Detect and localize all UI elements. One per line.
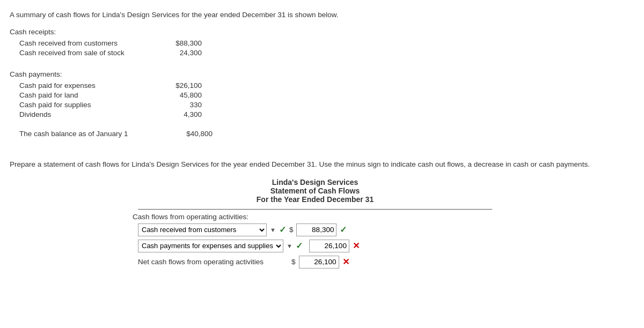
stmt-operating-section: Cash flows from operating activities: Ca… <box>133 213 497 269</box>
net-x-icon: ✕ <box>342 257 349 267</box>
cash-balance-row: The cash balance as of January 1 $40,800 <box>10 130 620 138</box>
expenses-check-icon: ✓ <box>296 241 303 251</box>
statement-header: Linda's Design Services Statement of Cas… <box>10 178 620 204</box>
statement-period: For the Year Ended December 31 <box>10 195 620 204</box>
expenses-amount-input[interactable] <box>309 240 349 252</box>
customers-check-icon: ✓ <box>279 225 286 235</box>
cash-payments-header: Cash payments: <box>10 70 620 78</box>
intro-text: A summary of cash flows for Linda's Desi… <box>10 10 620 20</box>
cash-balance-label: The cash balance as of January 1 <box>19 130 170 138</box>
receipt-customers-amount: $88,300 <box>159 39 202 47</box>
receipt-item-stock: Cash received from sale of stock 24,300 <box>10 49 620 57</box>
payment-supplies-amount: 330 <box>159 101 202 109</box>
customers-amount-input[interactable] <box>296 223 336 236</box>
payment-dividends-amount: 4,300 <box>159 110 202 118</box>
payment-land-label: Cash paid for land <box>19 91 159 99</box>
cash-receipts-header: Cash receipts: <box>10 28 620 36</box>
net-dollar-sign: $ <box>291 258 296 266</box>
expenses-amount-x-icon: ✕ <box>353 241 360 251</box>
payment-item-supplies: Cash paid for supplies 330 <box>10 101 620 109</box>
payment-expenses-label: Cash paid for expenses <box>19 81 159 90</box>
payment-item-expenses: Cash paid for expenses $26,100 <box>10 81 620 90</box>
payment-supplies-label: Cash paid for supplies <box>19 101 159 109</box>
operating-header: Cash flows from operating activities: <box>133 213 497 221</box>
payment-item-land: Cash paid for land 45,800 <box>10 91 620 99</box>
payment-land-amount: 45,800 <box>159 91 202 99</box>
company-name: Linda's Design Services <box>10 178 620 187</box>
customers-amount-check-icon: ✓ <box>340 225 347 235</box>
customers-dollar: $ <box>289 226 294 234</box>
receipt-customers-label: Cash received from customers <box>19 39 159 47</box>
receipt-item-customers: Cash received from customers $88,300 <box>10 39 620 47</box>
stmt-row-customers: Cash received from customers Cash receiv… <box>133 223 497 236</box>
statement-title: Statement of Cash Flows <box>10 187 620 195</box>
customers-dropdown-arrow: ▼ <box>270 227 276 233</box>
cash-balance-amount: $40,800 <box>170 130 213 138</box>
payment-expenses-amount: $26,100 <box>159 81 202 90</box>
receipt-stock-label: Cash received from sale of stock <box>19 49 159 57</box>
net-amount-input[interactable] <box>299 256 339 269</box>
divider-top <box>138 209 492 210</box>
expenses-dropdown-arrow: ▼ <box>287 243 292 249</box>
customers-dropdown[interactable]: Cash received from customers Cash receiv… <box>138 223 267 236</box>
expenses-dropdown[interactable]: Cash payments for expenses and supplies … <box>138 240 283 252</box>
stmt-row-expenses: Cash payments for expenses and supplies … <box>133 240 497 252</box>
prepare-text: Prepare a statement of cash flows for Li… <box>10 159 620 170</box>
receipt-stock-amount: 24,300 <box>159 49 202 57</box>
payment-dividends-label: Dividends <box>19 110 159 118</box>
payment-item-dividends: Dividends 4,300 <box>10 110 620 118</box>
net-cash-row: Net cash flows from operating activities… <box>133 256 497 269</box>
net-label: Net cash flows from operating activities <box>138 258 288 266</box>
